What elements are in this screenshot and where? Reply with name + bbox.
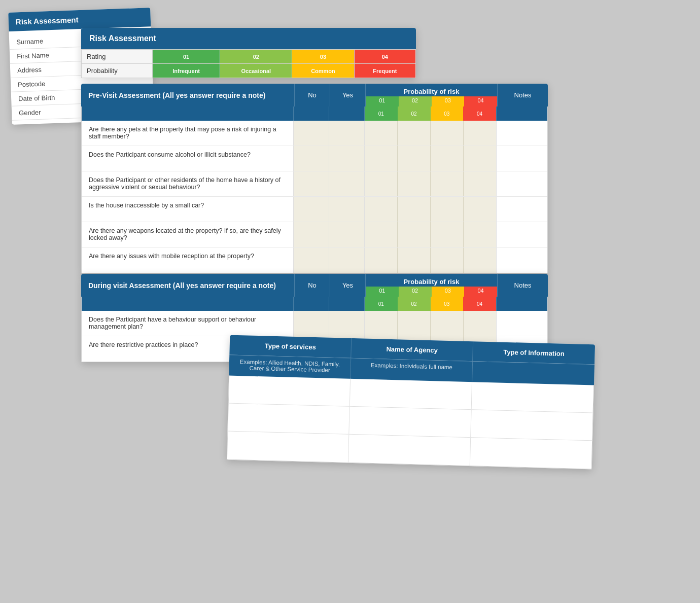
- pv-p3-02[interactable]: [398, 197, 431, 222]
- rating-header: Risk Assessment: [81, 28, 416, 49]
- pv-p0-02[interactable]: [398, 121, 431, 146]
- pv-p5-03[interactable]: [431, 247, 464, 273]
- pv-p4-03[interactable]: [431, 222, 464, 247]
- dv-sub-01: 01: [365, 297, 398, 311]
- services-col3-header: Type of Information: [473, 341, 595, 364]
- services-r2-c2[interactable]: [348, 435, 471, 466]
- pv-p1-01[interactable]: [365, 146, 398, 171]
- pv-p2-01[interactable]: [365, 171, 398, 196]
- pv-yes-4[interactable]: [329, 222, 365, 247]
- pv-no-0[interactable]: [294, 121, 329, 146]
- pv-p1-02[interactable]: [398, 146, 431, 171]
- pv-no-4[interactable]: [294, 222, 329, 247]
- dv-sub-04: 04: [463, 297, 496, 311]
- pv-yes-2[interactable]: [329, 171, 365, 196]
- previsit-yes-label: Yes: [330, 84, 365, 107]
- pv-p2-03[interactable]: [431, 171, 464, 196]
- probability-label: Probability: [82, 64, 153, 78]
- during-prob-01: 01: [366, 287, 399, 297]
- pv-p5-04[interactable]: [464, 247, 496, 273]
- pv-p0-04[interactable]: [464, 121, 496, 146]
- dob-label: Date of Birth: [18, 93, 74, 103]
- dv-p0-02[interactable]: [398, 311, 431, 336]
- pv-p3-01[interactable]: [365, 197, 398, 222]
- services-r2-c1[interactable]: [227, 432, 349, 463]
- dv-sub-notes: [497, 297, 547, 311]
- pv-p2-02[interactable]: [398, 171, 431, 196]
- pv-row-2: Does the Participant or other residents …: [82, 171, 547, 197]
- pv-p1-03[interactable]: [431, 146, 464, 171]
- pv-notes-0[interactable]: [497, 121, 547, 146]
- pv-yes-3[interactable]: [329, 197, 365, 222]
- pv-notes-5[interactable]: [497, 247, 547, 273]
- pv-notes-4[interactable]: [497, 222, 547, 247]
- pv-sub-03: 03: [431, 107, 464, 121]
- pv-p3-04[interactable]: [464, 197, 496, 222]
- pv-p5-02[interactable]: [398, 247, 431, 273]
- pv-notes-2[interactable]: [497, 171, 547, 196]
- dv-sub-03: 03: [431, 297, 464, 311]
- pv-notes-3[interactable]: [497, 197, 547, 222]
- services-r1-c3[interactable]: [471, 410, 593, 440]
- during-notes-label: Notes: [497, 274, 548, 297]
- pv-p2-04[interactable]: [464, 171, 496, 196]
- dv-yes-0[interactable]: [329, 311, 365, 336]
- rating-02: 02: [220, 50, 292, 64]
- pv-sub-02: 02: [398, 107, 431, 121]
- services-r2-c3[interactable]: [470, 438, 592, 469]
- previsit-prob-04: 04: [464, 96, 497, 107]
- services-col3-sub: [472, 362, 594, 385]
- rating-card: Risk Assessment Rating 01 02 03 04 Proba…: [81, 28, 416, 78]
- rating-title: Risk Assessment: [89, 34, 156, 43]
- pv-no-3[interactable]: [294, 197, 329, 222]
- pv-no-2[interactable]: [294, 171, 329, 196]
- pv-yes-0[interactable]: [329, 121, 365, 146]
- pv-p1-04[interactable]: [464, 146, 496, 171]
- services-data: [227, 376, 594, 470]
- previsit-card: Pre-Visit Assessment (All yes answer req…: [81, 84, 548, 273]
- rating-04: 04: [354, 50, 415, 64]
- pv-yes-5[interactable]: [329, 247, 365, 273]
- dv-sub-q: [82, 297, 294, 311]
- rating-01: 01: [153, 50, 220, 64]
- dv-notes-0[interactable]: [497, 311, 547, 336]
- pv-notes-1[interactable]: [497, 146, 547, 171]
- pv-p3-03[interactable]: [431, 197, 464, 222]
- previsit-prob-02: 02: [399, 96, 432, 107]
- services-r0-c2[interactable]: [350, 379, 472, 409]
- dv-p0-03[interactable]: [431, 311, 464, 336]
- during-yes-label: Yes: [330, 274, 365, 297]
- dv-p0-01[interactable]: [365, 311, 398, 336]
- probability-row: Probability Infrequent Occasional Common…: [82, 64, 416, 78]
- services-r0-c1[interactable]: [229, 376, 351, 406]
- pv-prob-2: [365, 171, 497, 196]
- pv-sub-q: [82, 107, 294, 121]
- dv-p0-04[interactable]: [464, 311, 496, 336]
- prob-01: Infrequent: [153, 64, 220, 78]
- pv-p4-01[interactable]: [365, 222, 398, 247]
- prob-02: Occasional: [220, 64, 292, 78]
- pv-p4-04[interactable]: [464, 222, 496, 247]
- pv-p0-03[interactable]: [431, 121, 464, 146]
- services-r1-c1[interactable]: [228, 404, 350, 434]
- pv-no-5[interactable]: [294, 247, 329, 273]
- pv-row-0: Are there any pets at the property that …: [82, 121, 547, 146]
- pv-q-4: Are there any weapons located at the pro…: [82, 222, 294, 247]
- previsit-header: Pre-Visit Assessment (All yes answer req…: [81, 84, 548, 107]
- pv-p5-01[interactable]: [365, 247, 398, 273]
- pv-sub-04: 04: [463, 107, 496, 121]
- during-prob-container: Probability of risk 01 02 03 04: [365, 274, 497, 297]
- pv-sub-01: 01: [365, 107, 398, 121]
- pv-no-1[interactable]: [294, 146, 329, 171]
- previsit-prob-subs: 01 02 03 04: [366, 96, 497, 107]
- during-header: During visit Assessment (All yes answer …: [81, 274, 548, 297]
- pv-q-0: Are there any pets at the property that …: [82, 121, 294, 146]
- services-r0-c3[interactable]: [471, 382, 593, 412]
- services-r1-c2[interactable]: [349, 407, 472, 437]
- pv-p0-01[interactable]: [365, 121, 398, 146]
- services-col2-sub: Examples: Individuals full name: [351, 359, 473, 382]
- pv-p4-02[interactable]: [398, 222, 431, 247]
- prob-04: Frequent: [354, 64, 415, 78]
- dv-no-0[interactable]: [294, 311, 329, 336]
- pv-yes-1[interactable]: [329, 146, 365, 171]
